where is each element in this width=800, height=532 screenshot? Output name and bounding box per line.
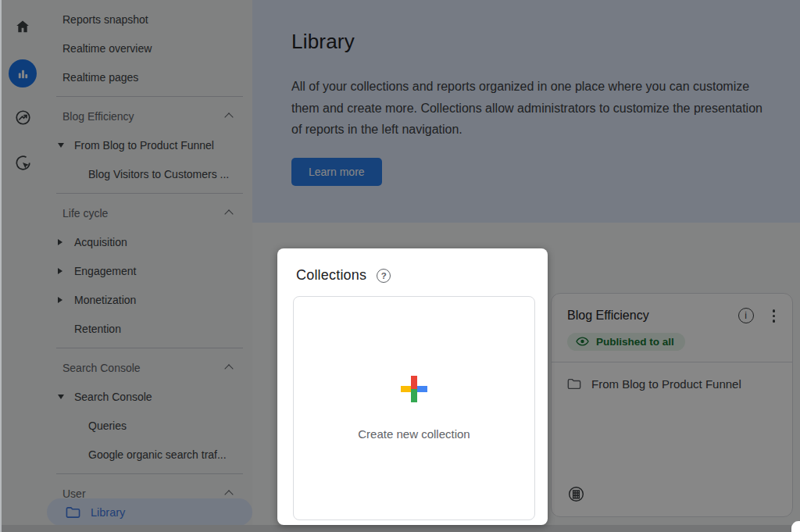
window-left-edge [0,0,2,532]
collections-panel: Collections ? Create new collection [277,248,548,525]
create-new-collection-card[interactable]: Create new collection [293,296,535,520]
help-icon[interactable]: ? [377,269,391,283]
plus-icon [401,376,427,402]
ga4-library-page: Reports snapshot Realtime overview Realt… [0,0,800,532]
window-corner [791,521,800,532]
create-collection-label: Create new collection [358,427,470,441]
collections-title: Collections [296,267,366,284]
